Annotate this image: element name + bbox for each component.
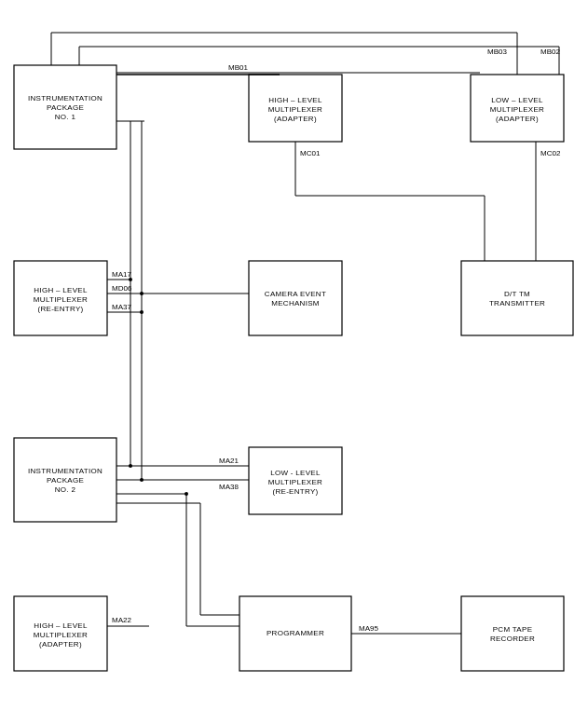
label: PACKAGE: [47, 103, 84, 112]
node-hl-adapter-bottom: HIGH – LEVEL MULTIPLEXER (ADAPTER): [14, 596, 107, 671]
wire-mc01: [295, 142, 485, 261]
svg-text:(ADAPTER): (ADAPTER): [39, 640, 82, 649]
label: PCM TAPE: [493, 625, 533, 634]
label: INSTRUMENTATION: [28, 94, 103, 102]
svg-text:NO. 2: NO. 2: [55, 485, 76, 494]
svg-text:NO. 1: NO. 1: [55, 113, 76, 121]
node-ll-adapter: LOW – LEVEL MULTIPLEXER (ADAPTER): [471, 75, 564, 142]
svg-text:MULTIPLEXER: MULTIPLEXER: [34, 295, 88, 304]
svg-text:PROGRAMMER: PROGRAMMER: [267, 629, 324, 637]
edge-label-ma17: MA17: [112, 270, 131, 279]
svg-text:PCM TAPE: PCM TAPE: [493, 625, 533, 634]
svg-text:MULTIPLEXER: MULTIPLEXER: [268, 478, 322, 486]
svg-text:CAMERA EVENT: CAMERA EVENT: [265, 290, 326, 298]
label: HIGH – LEVEL: [34, 286, 88, 294]
block-diagram: INSTRUMENTATION PACKAGE NO. 1 HIGH – LEV…: [0, 0, 588, 710]
svg-text:LOW – LEVEL: LOW – LEVEL: [491, 96, 543, 104]
svg-text:TRANSMITTER: TRANSMITTER: [489, 299, 545, 307]
label: CAMERA EVENT: [265, 290, 326, 298]
svg-text:INSTRUMENTATION: INSTRUMENTATION: [28, 94, 103, 102]
label: MULTIPLEXER: [268, 478, 322, 486]
svg-text:HIGH – LEVEL: HIGH – LEVEL: [34, 621, 88, 630]
node-inst2: INSTRUMENTATION PACKAGE NO. 2: [14, 438, 116, 522]
node-inst1: INSTRUMENTATION PACKAGE NO. 1: [14, 65, 116, 149]
label: NO. 1: [55, 113, 76, 121]
node-ll-reentry: LOW - LEVEL MULTIPLEXER (RE-ENTRY): [249, 447, 342, 514]
svg-point-40: [140, 292, 144, 295]
svg-text:PACKAGE: PACKAGE: [47, 476, 84, 485]
svg-text:LOW - LEVEL: LOW - LEVEL: [270, 469, 321, 477]
label: (ADAPTER): [39, 640, 82, 649]
svg-text:(RE-ENTRY): (RE-ENTRY): [272, 487, 318, 496]
label: PACKAGE: [47, 476, 84, 485]
svg-text:MECHANISM: MECHANISM: [271, 299, 320, 307]
wire-inst2-to-prog-b: [200, 503, 239, 615]
edge-label-ma95: MA95: [359, 624, 378, 633]
svg-text:MULTIPLEXER: MULTIPLEXER: [34, 631, 88, 639]
edge-label-mc02: MC02: [540, 149, 561, 157]
label: RECORDER: [490, 635, 535, 643]
svg-text:(ADAPTER): (ADAPTER): [274, 115, 317, 123]
svg-text:PACKAGE: PACKAGE: [47, 103, 84, 112]
node-pcm: PCM TAPE RECORDER: [461, 596, 564, 671]
label: HIGH – LEVEL: [268, 96, 322, 104]
svg-text:HIGH – LEVEL: HIGH – LEVEL: [34, 286, 88, 294]
svg-point-39: [129, 278, 132, 281]
svg-text:RECORDER: RECORDER: [490, 635, 535, 643]
svg-text:MULTIPLEXER: MULTIPLEXER: [268, 105, 322, 114]
label: (ADAPTER): [496, 115, 539, 123]
node-dttm: D/T TM TRANSMITTER: [461, 261, 573, 335]
label: MULTIPLEXER: [34, 631, 88, 639]
svg-text:MULTIPLEXER: MULTIPLEXER: [490, 105, 544, 114]
svg-text:INSTRUMENTATION: INSTRUMENTATION: [28, 467, 103, 475]
label: (RE-ENTRY): [37, 305, 83, 313]
edge-label-mb02: MB02: [540, 48, 560, 56]
svg-rect-19: [461, 261, 573, 335]
svg-text:D/T TM: D/T TM: [504, 290, 530, 298]
node-programmer: PROGRAMMER: [239, 596, 351, 671]
svg-text:(RE-ENTRY): (RE-ENTRY): [37, 305, 83, 313]
edge-label-md06: MD06: [112, 284, 132, 293]
svg-rect-36: [461, 596, 564, 671]
svg-rect-16: [249, 261, 342, 335]
edge-label-ma37: MA37: [112, 303, 131, 311]
label: LOW – LEVEL: [491, 96, 543, 104]
wire-inst2-to-prog-a: [186, 494, 239, 626]
svg-point-41: [140, 310, 144, 314]
label: NO. 2: [55, 485, 76, 494]
label: MULTIPLEXER: [490, 105, 544, 114]
node-camera: CAMERA EVENT MECHANISM: [249, 261, 342, 335]
edge-label-mc01: MC01: [300, 149, 321, 157]
svg-text:(ADAPTER): (ADAPTER): [496, 115, 539, 123]
svg-text:HIGH – LEVEL: HIGH – LEVEL: [268, 96, 322, 104]
svg-point-43: [140, 478, 144, 482]
label: (RE-ENTRY): [272, 487, 318, 496]
edge-label-ma21: MA21: [219, 457, 239, 465]
label: D/T TM: [504, 290, 530, 298]
label: TRANSMITTER: [489, 299, 545, 307]
label: (ADAPTER): [274, 115, 317, 123]
label: LOW - LEVEL: [270, 469, 321, 477]
node-hl-reentry: HIGH – LEVEL MULTIPLEXER (RE-ENTRY): [14, 261, 107, 335]
label: MULTIPLEXER: [268, 105, 322, 114]
label: PROGRAMMER: [267, 629, 324, 637]
edge-label-mb03: MB03: [487, 48, 507, 56]
label: MULTIPLEXER: [34, 295, 88, 304]
edge-label-ma38: MA38: [219, 483, 239, 491]
node-hl-adapter-top: HIGH – LEVEL MULTIPLEXER (ADAPTER): [249, 75, 342, 142]
svg-point-42: [129, 464, 132, 468]
label: INSTRUMENTATION: [28, 467, 103, 475]
label: MECHANISM: [271, 299, 320, 307]
wire-mb03: [51, 33, 517, 75]
label: HIGH – LEVEL: [34, 621, 88, 630]
edge-label-ma22: MA22: [112, 616, 131, 624]
edge-label-mb01: MB01: [228, 63, 248, 72]
